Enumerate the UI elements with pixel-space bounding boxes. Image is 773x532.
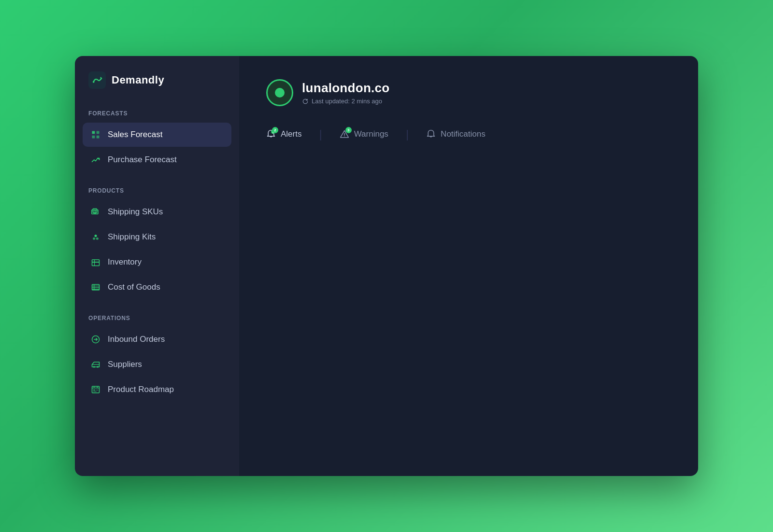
company-info: lunalondon.co Last updated: 2 mins ago bbox=[302, 81, 390, 105]
svg-rect-6 bbox=[93, 209, 97, 212]
notifications-icon bbox=[426, 129, 436, 139]
logo-text: Demandly bbox=[112, 74, 164, 86]
refresh-icon bbox=[302, 98, 309, 105]
section-label-forecasts: Forecasts bbox=[75, 110, 239, 123]
main-content: lunalondon.co Last updated: 2 mins ago bbox=[239, 56, 698, 476]
svg-point-33 bbox=[344, 136, 344, 137]
inventory-label: Inventory bbox=[108, 257, 142, 267]
company-name: lunalondon.co bbox=[302, 81, 390, 96]
svg-rect-2 bbox=[97, 131, 100, 134]
warnings-tab[interactable]: 3 Warnings bbox=[324, 124, 404, 145]
svg-rect-27 bbox=[93, 390, 95, 391]
company-row: lunalondon.co Last updated: 2 mins ago bbox=[266, 79, 671, 106]
logo-icon bbox=[88, 71, 106, 89]
nav-item-cost-of-goods[interactable]: Cost of Goods bbox=[83, 275, 231, 299]
product-roadmap-icon bbox=[90, 384, 101, 395]
warnings-label: Warnings bbox=[354, 129, 388, 139]
nav-item-product-roadmap[interactable]: Product Roadmap bbox=[83, 378, 231, 402]
divider-2: | bbox=[404, 127, 411, 141]
products-nav: Shipping SKUs Shipping Kits bbox=[75, 200, 239, 299]
alerts-label: Alerts bbox=[281, 129, 301, 139]
nav-item-shipping-kits[interactable]: Shipping Kits bbox=[83, 225, 231, 249]
svg-rect-28 bbox=[96, 390, 98, 391]
nav-item-suppliers[interactable]: Suppliers bbox=[83, 352, 231, 377]
svg-point-0 bbox=[93, 81, 95, 83]
cost-of-goods-label: Cost of Goods bbox=[108, 282, 160, 292]
svg-rect-1 bbox=[92, 131, 95, 134]
operations-nav: Inbound Orders Suppliers bbox=[75, 327, 239, 402]
last-updated-text: Last updated: 2 mins ago bbox=[312, 98, 382, 105]
company-avatar-dot bbox=[275, 88, 285, 98]
alerts-badge: 2 bbox=[272, 127, 278, 133]
divider-1: | bbox=[317, 127, 324, 141]
app-window: Demandly Forecasts Sales Forecast bbox=[75, 56, 698, 476]
shipping-kits-icon bbox=[90, 232, 101, 242]
nav-item-sales-forecast[interactable]: Sales Forecast bbox=[83, 123, 231, 147]
svg-point-8 bbox=[93, 238, 95, 240]
suppliers-label: Suppliers bbox=[108, 360, 142, 369]
nav-item-inbound-orders[interactable]: Inbound Orders bbox=[83, 327, 231, 351]
section-label-products: Products bbox=[75, 187, 239, 200]
inventory-icon bbox=[90, 257, 101, 267]
sidebar: Demandly Forecasts Sales Forecast bbox=[75, 56, 239, 476]
svg-rect-11 bbox=[92, 262, 100, 266]
section-label-operations: Operations bbox=[75, 315, 239, 327]
nav-item-shipping-skus[interactable]: Shipping SKUs bbox=[83, 200, 231, 224]
svg-rect-4 bbox=[97, 136, 100, 139]
suppliers-icon bbox=[90, 359, 101, 370]
svg-point-22 bbox=[97, 366, 99, 367]
svg-rect-5 bbox=[92, 210, 96, 214]
forecasts-nav: Sales Forecast Purchase Forecast bbox=[75, 123, 239, 172]
notifications-tab[interactable]: Notifications bbox=[411, 124, 501, 145]
svg-rect-7 bbox=[94, 210, 98, 214]
sidebar-logo: Demandly bbox=[75, 56, 239, 106]
warnings-badge: 3 bbox=[345, 127, 352, 133]
product-roadmap-label: Product Roadmap bbox=[108, 385, 174, 394]
nav-item-purchase-forecast[interactable]: Purchase Forecast bbox=[83, 148, 231, 172]
purchase-forecast-label: Purchase Forecast bbox=[108, 155, 177, 165]
shipping-skus-icon bbox=[90, 207, 101, 217]
svg-rect-29 bbox=[93, 391, 97, 392]
shipping-skus-label: Shipping SKUs bbox=[108, 207, 163, 217]
shipping-kits-label: Shipping Kits bbox=[108, 232, 156, 242]
purchase-forecast-icon bbox=[90, 154, 101, 165]
company-avatar bbox=[266, 79, 293, 106]
notifications-label: Notifications bbox=[441, 129, 486, 139]
svg-point-9 bbox=[96, 238, 99, 240]
sales-forecast-label: Sales Forecast bbox=[108, 130, 162, 140]
sales-forecast-icon bbox=[90, 129, 101, 140]
inbound-orders-label: Inbound Orders bbox=[108, 335, 165, 344]
svg-point-21 bbox=[93, 366, 95, 367]
cost-of-goods-icon bbox=[90, 282, 101, 293]
svg-point-10 bbox=[95, 235, 97, 237]
company-updated: Last updated: 2 mins ago bbox=[302, 98, 390, 105]
alerts-icon: 2 2 bbox=[266, 129, 276, 139]
header-area: lunalondon.co Last updated: 2 mins ago bbox=[239, 56, 698, 145]
svg-rect-12 bbox=[92, 260, 100, 262]
warnings-icon: 3 bbox=[340, 129, 349, 139]
inbound-orders-icon bbox=[90, 334, 101, 345]
status-tabs: 2 2 Alerts | 3 bbox=[266, 124, 671, 145]
nav-item-inventory[interactable]: Inventory bbox=[83, 250, 231, 274]
svg-rect-3 bbox=[92, 136, 95, 139]
alerts-tab[interactable]: 2 2 Alerts bbox=[266, 124, 317, 145]
